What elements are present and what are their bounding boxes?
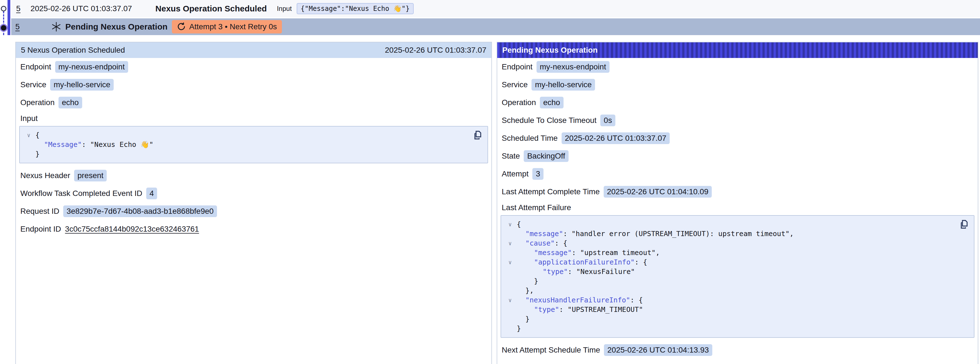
- field-value-badge: my-hello-service: [531, 79, 595, 91]
- code-text: "applicationFailureInfo": {: [517, 257, 647, 267]
- field-last-attempt-complete-time: Last Attempt Complete Time2025-02-26 UTC…: [497, 183, 978, 201]
- field-service: Servicemy-hello-service: [497, 76, 978, 94]
- field-label: Request ID: [20, 207, 59, 216]
- field-label: Operation: [502, 98, 536, 107]
- code-text: "type": "NexusFailure": [517, 267, 635, 276]
- collapse-chevron-icon[interactable]: ∨: [503, 295, 517, 305]
- field-value-badge: 2025-02-26 UTC 01:03:37.07: [562, 133, 670, 144]
- field-schedule-to-close-timeout: Schedule To Close Timeout0s: [497, 112, 978, 129]
- event-timestamp: 2025-02-26 UTC 01:03:37.07: [31, 4, 132, 13]
- copy-button[interactable]: [472, 130, 483, 141]
- field-label: Scheduled Time: [502, 134, 558, 143]
- field-attempt: Attempt3: [497, 165, 978, 183]
- failure-section-label: Last Attempt Failure: [497, 201, 978, 215]
- field-label: Service: [20, 80, 46, 89]
- code-gutter: [503, 324, 517, 333]
- field-scheduled-time: Scheduled Time2025-02-26 UTC 01:03:37.07: [497, 129, 978, 147]
- event-title: Nexus Operation Scheduled: [156, 4, 267, 13]
- event-detail-area: 5 Nexus Operation Scheduled 2025-02-26 U…: [0, 42, 980, 364]
- code-line: "Message": "Nexus Echo 👋": [22, 140, 468, 149]
- field-endpoint-id: Endpoint ID3c0c75ccfa8144b092c13ce632463…: [16, 220, 492, 238]
- field-value-badge: 3: [532, 168, 544, 180]
- copy-button[interactable]: [958, 219, 969, 230]
- field-label: State: [502, 152, 520, 161]
- code-line: }: [503, 315, 955, 324]
- code-line: }: [503, 276, 955, 286]
- field-value-badge: 3e829b7e-7d67-4b08-aad3-b1e868bfe9e0: [63, 205, 217, 217]
- event-id-link[interactable]: 5: [15, 22, 20, 31]
- pending-asterisk-icon: [51, 21, 62, 32]
- retry-badge-label: Attempt 3 • Next Retry 0s: [189, 22, 277, 31]
- retry-icon: [177, 22, 186, 31]
- field-label: Operation: [20, 98, 55, 107]
- field-workflow-task-completed-event-id: Workflow Task Completed Event ID4: [16, 185, 492, 202]
- field-value-badge: my-nexus-endpoint: [55, 61, 128, 73]
- code-line: }: [22, 149, 468, 159]
- code-line: "type": "UPSTREAM_TIMEOUT": [503, 305, 955, 315]
- code-text: }: [517, 324, 521, 333]
- event-marker-open-icon: [1, 6, 6, 11]
- card-title: Pending Nexus Operation: [502, 46, 598, 54]
- field-state: StateBackingOff: [497, 147, 978, 165]
- field-value-badge: 2025-02-26 UTC 01:04:10.09: [604, 186, 712, 198]
- code-line: "message": "upstream timeout",: [503, 248, 955, 257]
- field-request-id: Request ID3e829b7e-7d67-4b08-aad3-b1e868…: [16, 202, 492, 220]
- code-text: }: [35, 149, 40, 159]
- event-id-link[interactable]: 5: [16, 4, 21, 13]
- field-value-badge: BackingOff: [524, 150, 568, 162]
- code-gutter: [22, 140, 35, 149]
- timeline-bar: [8, 0, 10, 35]
- input-section-label: Input: [16, 112, 492, 125]
- field-label: Next Attempt Schedule Time: [502, 346, 600, 354]
- card-title: 5 Nexus Operation Scheduled: [21, 46, 125, 54]
- scheduled-event-card: 5 Nexus Operation Scheduled 2025-02-26 U…: [15, 42, 492, 364]
- field-label: Service: [502, 80, 528, 89]
- field-value-link[interactable]: 3c0c75ccfa8144b092c13ce632463761: [65, 225, 199, 233]
- field-value-badge: 2025-02-26 UTC 01:04:13.93: [604, 344, 712, 356]
- field-next-attempt-schedule-time: Next Attempt Schedule Time2025-02-26 UTC…: [497, 341, 978, 359]
- field-label: Last Attempt Complete Time: [502, 187, 600, 196]
- code-line: ∨{: [22, 131, 468, 140]
- field-service: Servicemy-hello-service: [16, 76, 492, 94]
- field-value-badge: my-hello-service: [50, 79, 114, 91]
- event-marker-current-icon: [1, 25, 6, 31]
- field-endpoint: Endpointmy-nexus-endpoint: [497, 58, 978, 76]
- field-value-badge: my-nexus-endpoint: [536, 61, 609, 73]
- code-gutter: [503, 267, 517, 276]
- field-label: Nexus Header: [20, 171, 70, 180]
- field-label: Endpoint: [502, 62, 533, 71]
- pending-card-header: Pending Nexus Operation: [497, 42, 978, 58]
- field-value-badge: 0s: [600, 115, 616, 126]
- code-text: "nexusHandlerFailureInfo": {: [517, 295, 643, 305]
- collapse-chevron-icon[interactable]: ∨: [503, 239, 517, 248]
- field-endpoint: Endpointmy-nexus-endpoint: [16, 58, 492, 76]
- code-text: }: [517, 276, 538, 286]
- code-text: {: [517, 220, 521, 229]
- code-text: "message": "handler error (UPSTREAM_TIME…: [517, 229, 794, 239]
- code-gutter: [503, 305, 517, 315]
- scheduled-fields-bottom: Nexus HeaderpresentWorkflow Task Complet…: [16, 167, 492, 238]
- code-line: ∨{: [503, 220, 955, 229]
- history-row-pending[interactable]: 5 Pending Nexus Operation Attempt 3 • Ne…: [11, 18, 980, 35]
- pending-fields-top: Endpointmy-nexus-endpointServicemy-hello…: [497, 58, 978, 201]
- field-value-badge: present: [74, 170, 107, 182]
- code-line: }: [503, 324, 955, 333]
- pending-operation-card: Pending Nexus Operation Endpointmy-nexus…: [497, 42, 978, 364]
- history-row-scheduled[interactable]: 5 2025-02-26 UTC 01:03:37.07 Nexus Opera…: [11, 0, 980, 17]
- input-json-viewer: ∨{"Message": "Nexus Echo 👋"}: [19, 126, 488, 163]
- collapse-chevron-icon[interactable]: ∨: [503, 220, 517, 229]
- code-text: "Message": "Nexus Echo 👋": [35, 140, 153, 149]
- code-text: "cause": {: [517, 239, 568, 248]
- code-gutter: [503, 229, 517, 239]
- code-line: "type": "NexusFailure": [503, 267, 955, 276]
- timeline-dashed-connector: [3, 11, 4, 35]
- code-gutter: [22, 149, 35, 159]
- collapse-chevron-icon[interactable]: ∨: [503, 257, 517, 267]
- field-value-badge: echo: [59, 97, 82, 109]
- collapse-chevron-icon[interactable]: ∨: [22, 131, 35, 140]
- scheduled-fields-top: Endpointmy-nexus-endpointServicemy-hello…: [16, 58, 492, 112]
- event-title: Pending Nexus Operation: [65, 22, 168, 32]
- field-operation: Operationecho: [497, 94, 978, 112]
- input-mini-label: Input: [277, 5, 292, 13]
- code-text: }: [517, 315, 530, 324]
